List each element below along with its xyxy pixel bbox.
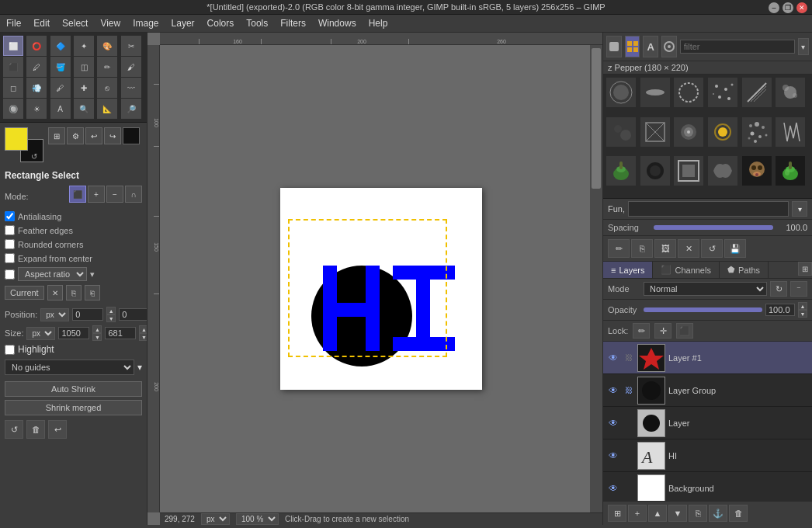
- lock-pixels-btn[interactable]: ✏: [633, 323, 650, 339]
- size-unit-select[interactable]: px: [26, 327, 55, 340]
- tab-layers[interactable]: ≡ Layers: [603, 262, 653, 278]
- layer-mode-cycle-btn[interactable]: ↻: [770, 281, 787, 297]
- duplicate-layer-btn[interactable]: ⎘: [689, 505, 707, 522]
- layer-chain-3[interactable]: [623, 450, 634, 461]
- tool-foreground-select[interactable]: ⬛: [3, 57, 23, 77]
- vertical-scroll-thumb[interactable]: [592, 48, 601, 189]
- canvas-image[interactable]: [280, 188, 482, 390]
- brush-cell-12[interactable]: [776, 117, 805, 147]
- size-w-up[interactable]: ▲: [92, 325, 102, 333]
- layer-mode-select[interactable]: Normal Multiply Screen: [644, 282, 767, 296]
- tool-pencil[interactable]: ✏: [97, 57, 117, 77]
- auto-shrink-button[interactable]: Auto Shrink: [5, 381, 142, 397]
- mode-add[interactable]: +: [88, 186, 105, 203]
- layer-visibility-1[interactable]: 👁: [606, 384, 620, 398]
- size-w-down[interactable]: ▼: [92, 333, 102, 341]
- unit-select[interactable]: px: [201, 513, 230, 525]
- patterns-panel-icon[interactable]: [625, 36, 640, 57]
- position-x-input[interactable]: [72, 308, 103, 321]
- brush-edit-btn[interactable]: ✏: [608, 239, 630, 258]
- zoom-select[interactable]: 100 % 50 % 200 %: [236, 513, 279, 525]
- tool-ellipse-select[interactable]: ⭕: [26, 36, 47, 56]
- layer-mode-legacy-btn[interactable]: ⁻: [790, 281, 807, 297]
- layer-item-0[interactable]: 👁 ⛓ Layer #1: [603, 342, 812, 374]
- new-layer-btn[interactable]: +: [628, 505, 647, 522]
- menu-tools[interactable]: Tools: [240, 16, 274, 30]
- brush-cell-11[interactable]: [742, 117, 772, 147]
- tool-color-picker[interactable]: 🔍: [74, 99, 94, 119]
- brush-cell-7[interactable]: [606, 117, 636, 147]
- tool-scissors[interactable]: ✂: [121, 36, 141, 56]
- position-x-up[interactable]: ▲: [106, 307, 116, 314]
- tag-input[interactable]: [628, 201, 789, 217]
- brush-cell-15[interactable]: [674, 156, 703, 186]
- size-h-down[interactable]: ▼: [139, 333, 147, 341]
- layer-item-3[interactable]: 👁 A HI: [603, 439, 812, 472]
- close-button[interactable]: ✕: [796, 2, 807, 13]
- tool-paths[interactable]: 🖊: [26, 57, 47, 77]
- menu-select[interactable]: Select: [56, 16, 94, 30]
- menu-colors[interactable]: Colors: [201, 16, 241, 30]
- brush-cell-3[interactable]: [674, 78, 703, 107]
- mode-replace[interactable]: ⬛: [69, 186, 86, 203]
- tool-text[interactable]: A: [50, 99, 71, 119]
- menu-layer[interactable]: Layer: [165, 16, 201, 30]
- brush-cell-4[interactable]: [708, 78, 737, 107]
- antialiasing-checkbox[interactable]: [5, 211, 15, 221]
- configure-icon[interactable]: ⚙: [67, 127, 84, 144]
- layer-chain-2[interactable]: [623, 418, 634, 429]
- expand-checkbox[interactable]: [5, 253, 15, 263]
- menu-view[interactable]: View: [94, 16, 127, 30]
- tool-eraser[interactable]: ◻: [3, 78, 23, 98]
- new-layer-group-btn[interactable]: ⊞: [608, 505, 626, 522]
- current-copy-btn[interactable]: ⎘: [66, 285, 82, 300]
- opacity-up[interactable]: ▲: [798, 302, 807, 310]
- anchor-layer-btn[interactable]: ⚓: [709, 505, 727, 522]
- brush-cell-9[interactable]: [674, 117, 703, 147]
- fixed-checkbox[interactable]: [5, 269, 15, 280]
- layer-chain-4[interactable]: [623, 483, 634, 494]
- brush-cell-dog[interactable]: [742, 156, 772, 186]
- layer-visibility-3[interactable]: 👁: [606, 449, 620, 463]
- tool-zoom[interactable]: 🔎: [121, 99, 141, 119]
- current-clear-btn[interactable]: ✕: [47, 285, 63, 300]
- lock-position-btn[interactable]: ✛: [654, 323, 671, 339]
- brush-cell-1[interactable]: [606, 78, 636, 107]
- current-paste-btn[interactable]: ⎗: [85, 285, 100, 300]
- tag-dropdown-btn[interactable]: ▾: [792, 201, 807, 217]
- feather-checkbox[interactable]: [5, 225, 15, 235]
- spacing-slider[interactable]: [654, 225, 773, 230]
- redo-icon[interactable]: ↪: [104, 127, 121, 144]
- maximize-button[interactable]: ❐: [783, 2, 793, 13]
- tool-ink[interactable]: 🖋: [50, 78, 71, 98]
- tool-paintbrush[interactable]: 🖌: [121, 57, 141, 77]
- brush-cell-10[interactable]: [708, 117, 737, 147]
- brush-refresh-btn[interactable]: ↺: [701, 239, 723, 258]
- position-x-down[interactable]: ▼: [106, 314, 116, 322]
- position-y-input[interactable]: [119, 308, 147, 321]
- rounded-checkbox[interactable]: [5, 239, 15, 249]
- layer-opacity-slider[interactable]: [644, 307, 762, 312]
- layer-visibility-0[interactable]: 👁: [606, 351, 620, 365]
- brush-duplicate-btn[interactable]: ⎘: [631, 239, 653, 258]
- brush-filter-input[interactable]: [680, 40, 795, 54]
- highlight-checkbox[interactable]: [5, 345, 15, 355]
- brush-cell-2[interactable]: [640, 78, 670, 107]
- tool-convolve[interactable]: 🔘: [3, 99, 23, 119]
- tab-paths[interactable]: ⬟ Paths: [720, 262, 769, 278]
- fonts-panel-icon[interactable]: A: [643, 36, 658, 57]
- tool-paint-bucket[interactable]: 🪣: [50, 57, 71, 77]
- size-h-up[interactable]: ▲: [139, 325, 147, 333]
- fixed-dropdown[interactable]: Aspect ratio Width Height Size: [18, 267, 87, 281]
- opacity-down[interactable]: ▼: [798, 310, 807, 318]
- tool-select-by-color[interactable]: 🎨: [97, 36, 117, 56]
- menu-image[interactable]: Image: [127, 16, 165, 30]
- tool-gradient[interactable]: ◫: [74, 57, 94, 77]
- tool-free-select[interactable]: 🔷: [50, 36, 71, 56]
- layer-item-4[interactable]: 👁 Background: [603, 472, 812, 501]
- brush-cell-6[interactable]: [776, 78, 805, 107]
- brush-cell-8[interactable]: [640, 117, 670, 147]
- new-image-icon[interactable]: ⊞: [48, 127, 65, 144]
- canvas-content[interactable]: [160, 45, 602, 512]
- mode-subtract[interactable]: −: [106, 186, 123, 203]
